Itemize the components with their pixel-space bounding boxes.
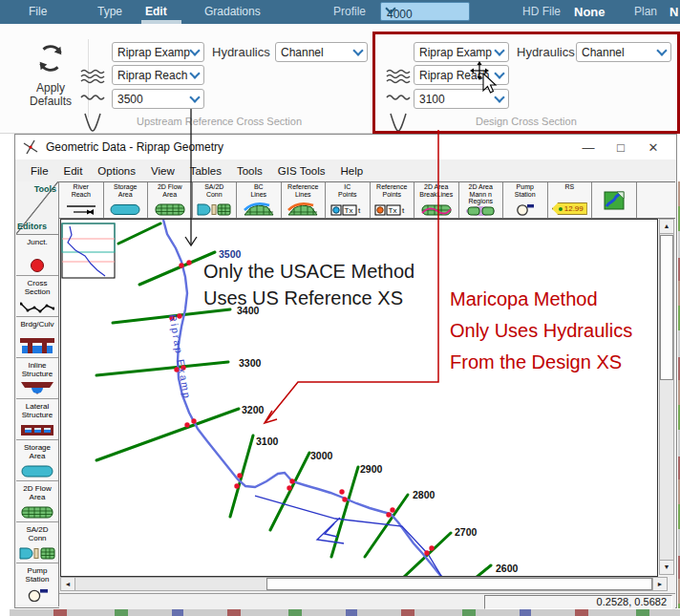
- sidebar-sa2d-conn-button[interactable]: SA/2D Conn: [16, 522, 58, 563]
- 2d-flow-area-icon: [155, 203, 185, 216]
- menu-tools[interactable]: Tools: [229, 165, 270, 177]
- menu-edit[interactable]: Edit: [56, 165, 91, 177]
- toolbar-rs-button[interactable]: RS 12.99: [548, 182, 593, 218]
- pump-station-icon: [514, 202, 537, 216]
- menu-tables[interactable]: Tables: [182, 165, 229, 177]
- tab-type[interactable]: Type: [97, 5, 122, 18]
- toolbar-2d-area-breaklines-button[interactable]: 2D Area BreakLines: [414, 182, 459, 218]
- screenshot-root: File Type Edit Gradations Profile 4000 H…: [0, 0, 680, 616]
- sa2d-conn-icon: [197, 203, 231, 216]
- window-toolbar: River Reach Storage Area 2D Flow Area: [59, 181, 675, 219]
- river-name-label: Riprap Examp: [167, 313, 194, 400]
- toolbar-storage-area-button[interactable]: Storage Area: [104, 182, 149, 218]
- scroll-up-icon[interactable]: ▲: [660, 220, 673, 234]
- sidebar-junction-button[interactable]: Junct.: [16, 235, 58, 276]
- hd-file-label: HD File: [522, 5, 561, 18]
- design-group-highlight-box: [372, 32, 680, 134]
- reference-lines-icon: [287, 202, 319, 216]
- tab-file[interactable]: File: [29, 5, 47, 18]
- xs-label-3500: 3500: [219, 248, 242, 260]
- upstream-river-value: Riprap Examp: [117, 46, 190, 59]
- pump-station-icon: [24, 587, 51, 602]
- toolbar-reference-lines-button[interactable]: Reference Lines: [282, 182, 327, 218]
- window-menubar: File Edit Options View Tables Tools GIS …: [15, 159, 676, 181]
- scroll-down-icon[interactable]: ▼: [660, 560, 673, 574]
- main-ribbon-tabs: File Type Edit Gradations Profile 4000 H…: [0, 0, 680, 24]
- sidebar-inline-structure-button[interactable]: Inline Structure: [16, 358, 58, 399]
- close-icon[interactable]: ✕: [644, 140, 663, 155]
- usace-note: Only the USACE Method Uses US Reference …: [203, 261, 414, 308]
- menu-file[interactable]: File: [23, 165, 56, 177]
- sidebar-lateral-structure-button[interactable]: Lateral Structure: [16, 399, 58, 440]
- xs-label-3300: 3300: [239, 357, 262, 369]
- menu-options[interactable]: Options: [90, 165, 143, 177]
- upstream-hydraulics-select[interactable]: Channel: [275, 42, 368, 62]
- bridge-culvert-icon: [20, 336, 54, 354]
- tab-edit-active[interactable]: Edit: [145, 5, 167, 18]
- window-titlebar[interactable]: Geometric Data - Riprap Geometry — □ ✕: [15, 135, 676, 159]
- plan-value[interactable]: N: [669, 5, 678, 19]
- xs-label-2600: 2600: [496, 563, 519, 574]
- apply-defaults-button[interactable]: Apply Defaults: [21, 39, 80, 116]
- toolbar-sa2d-conn-button[interactable]: SA/2D Conn: [193, 182, 238, 218]
- chevron-down-icon: [189, 45, 200, 55]
- tools-label: Tools: [34, 184, 56, 194]
- menu-view[interactable]: View: [143, 165, 182, 177]
- reach-icon: [80, 93, 105, 102]
- menu-gis-tools[interactable]: GIS Tools: [270, 165, 333, 177]
- sidebar-storage-area-button[interactable]: Storage Area: [16, 440, 58, 481]
- schematic-canvas[interactable]: 3500 3400 3300 3200 3100 3000 2900 2800 …: [60, 219, 658, 577]
- junction-icon: [31, 259, 44, 272]
- river-reach-icon: [65, 203, 97, 216]
- refresh-icon: [34, 43, 67, 74]
- xs-label-2900: 2900: [360, 463, 383, 475]
- toolbar-2d-area-mann-n-regions-button[interactable]: 2D Area Mann n Regions: [459, 182, 504, 218]
- scroll-left-icon[interactable]: ◄: [61, 578, 75, 590]
- profile-select[interactable]: 4000: [380, 2, 470, 21]
- svg-text:Tx: Tx: [389, 206, 397, 215]
- hd-file-value[interactable]: None: [574, 5, 606, 19]
- minimize-icon[interactable]: —: [579, 140, 598, 155]
- background-window-strip: [10, 609, 680, 616]
- svg-text:Only the USACE Method: Only the USACE Method: [203, 261, 414, 282]
- toolbar-2d-flow-area-button[interactable]: 2D Flow Area: [148, 182, 193, 218]
- upstream-river-select[interactable]: Riprap Examp: [112, 42, 204, 62]
- sidebar-2d-flow-area-button[interactable]: 2D Flow Area: [16, 481, 58, 522]
- sidebar-cross-section-button[interactable]: Cross Section: [16, 276, 58, 317]
- maximize-icon[interactable]: □: [611, 140, 630, 155]
- upstream-rs-select[interactable]: 3500: [112, 89, 204, 109]
- toolbar-background-map-button[interactable]: [592, 182, 637, 218]
- toolbar-spacer: [637, 182, 676, 218]
- vertical-scrollbar[interactable]: ▲ ▼: [659, 219, 674, 575]
- editors-sidebar: Tools Editors Junct. Cross Section Brdg/…: [16, 181, 59, 606]
- vertical-scroll-thumb[interactable]: [660, 235, 673, 380]
- upstream-hydraulics-value: Channel: [281, 46, 324, 59]
- toolbar-ic-points-button[interactable]: IC Points Tx t: [326, 182, 371, 218]
- cross-section-icon: [80, 113, 105, 134]
- xs-label-2800: 2800: [413, 489, 436, 500]
- tab-gradations[interactable]: Gradations: [204, 5, 261, 18]
- scroll-right-icon[interactable]: ►: [652, 578, 667, 590]
- xs-label-2700: 2700: [455, 526, 478, 538]
- xs-label-3200: 3200: [242, 404, 265, 415]
- svg-text:Uses US Reference XS: Uses US Reference XS: [203, 287, 403, 308]
- horizontal-scrollbar[interactable]: ◄ ►: [60, 577, 668, 591]
- chevron-down-icon: [189, 68, 200, 78]
- toolbar-bc-lines-button[interactable]: BC Lines: [237, 182, 282, 218]
- upstream-hydraulics-label: Hydraulics: [212, 45, 270, 59]
- ic-points-icon: Tx t: [330, 203, 365, 216]
- toolbar-pump-station-button[interactable]: Pump Station: [503, 182, 548, 218]
- sidebar-bridge-culvert-button[interactable]: Brdg/Culv: [16, 317, 58, 358]
- svg-text:Maricopa Method: Maricopa Method: [450, 288, 598, 309]
- horizontal-scroll-thumb[interactable]: [266, 578, 652, 590]
- toolbar-river-reach-button[interactable]: River Reach: [59, 182, 104, 218]
- toolbar-reference-points-button[interactable]: Reference Points Tx t: [371, 182, 415, 218]
- lateral-structure-icon: [20, 424, 54, 436]
- 2d-area-breaklines-icon: [420, 203, 453, 216]
- cursor-coordinates: 0.2528, 0.5682: [484, 595, 672, 609]
- 2d-flow-area-icon: [21, 506, 53, 519]
- upstream-reach-select[interactable]: Riprap Reach: [112, 65, 204, 85]
- menu-help[interactable]: Help: [332, 165, 371, 177]
- sidebar-pump-station-button[interactable]: Pump Station: [16, 563, 58, 605]
- svg-text:t: t: [402, 206, 405, 215]
